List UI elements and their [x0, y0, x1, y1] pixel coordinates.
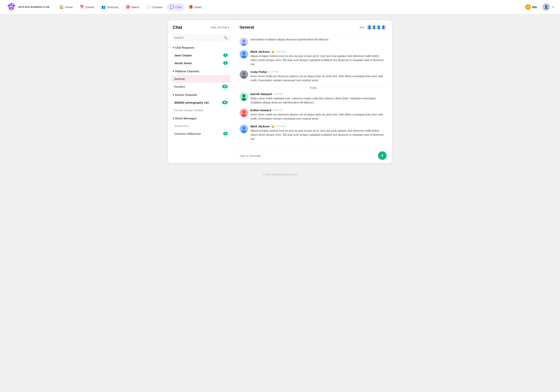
search-box[interactable]: 🔍: [171, 34, 231, 41]
coin-icon: 🪙: [525, 4, 531, 10]
section-label-chat-requests: Chat Requests: [175, 46, 194, 49]
channel-name: Interior design meetup: [174, 109, 203, 112]
channel-item-cameron-williamson[interactable]: Cameron Williamson 6: [171, 130, 231, 137]
nav-item-directory[interactable]: 👥 Directory: [98, 3, 122, 11]
channel-item-random[interactable]: Random 24: [171, 83, 231, 90]
deals-icon: 🎁: [189, 5, 193, 9]
badge: 1: [223, 53, 228, 57]
msg-text: Aliqua id fugiat nostrud irure ex duis e…: [250, 129, 387, 141]
section-label-events-channels: Events Channels: [175, 93, 197, 96]
coin-badge[interactable]: 🪙 005: [524, 3, 540, 11]
channel-item-jane-cooper[interactable]: Jane Cooper 1: [171, 51, 231, 59]
sidebar: Chat View: All Chat ▾ 🔍 ▾ Chat Requests …: [168, 20, 234, 163]
message-cody-fisher: Cody Fisher 3:45 PM Amet minim mollit no…: [240, 70, 387, 82]
view-label: View: All Chat: [210, 26, 227, 29]
msg-content: Esther Howard 3:45 PM Amet minim mollit …: [250, 109, 387, 121]
day-label: Today: [309, 86, 317, 89]
msg-avatar: [240, 38, 248, 46]
logo[interactable]: AFFILIATE BUSINESS CLUB.: [6, 2, 50, 12]
msg-text: Nulla Lorem mollit cupidatat irure. Labo…: [250, 96, 387, 105]
page-content: Chat View: All Chat ▾ 🔍 ▾ Chat Requests …: [163, 20, 397, 163]
svg-point-17: [241, 114, 246, 117]
send-button[interactable]: ➤: [378, 151, 387, 160]
msg-header: Mark Jackson 👑 3:45 PM: [250, 50, 387, 53]
crown-icon: 👑: [271, 50, 275, 53]
msg-content: Darrell Steward 3:45 PM Nulla Lorem moll…: [250, 92, 387, 105]
nav-item-chat[interactable]: 💬 Chat: [167, 3, 185, 11]
brand-name: AFFILIATE BUSINESS CLUB.: [18, 6, 50, 8]
svg-point-11: [241, 76, 246, 79]
message-mark-jackson-1: Mark Jackson 👑 3:45 PM Aliqua id fugiat …: [240, 50, 387, 66]
msg-content: exercitation incididunt aliquip deserunt…: [250, 38, 329, 46]
msg-header: Cody Fisher 3:45 PM: [250, 70, 387, 73]
svg-point-19: [242, 127, 245, 130]
badge: 34: [222, 101, 228, 104]
day-divider: Today: [240, 86, 387, 89]
msg-time: 3:45 PM: [269, 70, 278, 73]
collapse-icon: ▾: [173, 93, 174, 96]
msg-time: 3:45 PM: [273, 109, 282, 112]
channel-name: Random: [174, 85, 185, 88]
msg-avatar: [240, 50, 248, 59]
nav-label-match: Match: [131, 5, 139, 9]
nav-items: 🏠 Home 📅 Events 👥 Directory 🎯 Match 📄 Co…: [56, 3, 524, 11]
section-header-direct-messages[interactable]: ▾ Direct Messages: [171, 116, 231, 121]
channel-item-wildlife[interactable]: Wildlife photography 101 34: [171, 99, 231, 106]
channel-item-robert-fox[interactable]: Robert Fox: [171, 122, 231, 130]
section-header-events-channels[interactable]: ▾ Events Channels: [171, 92, 231, 97]
channel-item-interior-design[interactable]: Interior design meetup: [171, 107, 231, 114]
chat-container: Chat View: All Chat ▾ 🔍 ▾ Chat Requests …: [168, 20, 392, 163]
msg-text: Amet minim mollit non deserunt ullamco e…: [250, 74, 387, 82]
channel-name: Cameron Williamson: [174, 132, 201, 135]
svg-point-20: [241, 130, 246, 133]
sidebar-header: Chat View: All Chat ▾: [171, 25, 231, 30]
svg-point-4: [242, 40, 245, 43]
channel-item-jacob-jones[interactable]: Jacob Jones 1: [171, 59, 231, 67]
message-input-area: ➤: [234, 148, 392, 163]
nav-label-deals: Deals: [194, 5, 202, 9]
nav-item-events[interactable]: 📅 Events: [77, 3, 97, 11]
section-label-direct-messages: Direct Messages: [175, 117, 197, 120]
nav-item-deals[interactable]: 🎁 Deals: [186, 3, 205, 11]
msg-header: Darrell Steward 3:45 PM: [250, 92, 387, 96]
msg-text: Amet minim mollit non deserunt ullamco e…: [250, 113, 387, 121]
chat-header-right: 425 👤 👤 👤 👤: [360, 24, 387, 30]
user-avatar[interactable]: 👤: [542, 3, 550, 11]
badge: 24: [222, 85, 228, 88]
channel-name: General: [174, 77, 185, 80]
message-input[interactable]: [240, 154, 376, 157]
collapse-icon: ▾: [173, 70, 174, 73]
nav-item-courses[interactable]: 📄 Courses: [143, 3, 166, 11]
nav-item-home[interactable]: 🏠 Home: [56, 3, 76, 11]
sidebar-title: Chat: [173, 25, 182, 30]
search-input[interactable]: [174, 36, 222, 39]
msg-content: Mark Jackson 👑 3:45 PM Aliqua id fugiat …: [250, 125, 387, 141]
nav-item-match[interactable]: 🎯 Match: [122, 3, 142, 11]
svg-point-10: [242, 72, 245, 75]
user-menu-chevron[interactable]: ▾: [552, 5, 554, 9]
messages-area: exercitation incididunt aliquip deserunt…: [234, 34, 392, 148]
section-header-chat-requests[interactable]: ▾ Chat Requests: [171, 45, 231, 50]
directory-icon: 👥: [101, 5, 106, 9]
navbar: AFFILIATE BUSINESS CLUB. 🏠 Home 📅 Events…: [0, 0, 560, 14]
badge: 6: [223, 132, 228, 135]
msg-avatar: [240, 70, 248, 79]
msg-text: Aliqua id fugiat nostrud irure ex duis e…: [250, 54, 387, 66]
chevron-down-icon: ▾: [228, 26, 229, 29]
nav-label-home: Home: [65, 5, 73, 9]
svg-point-8: [241, 55, 246, 59]
footer: © 2022 Affiliate Business Club: [0, 169, 560, 180]
view-selector[interactable]: View: All Chat ▾: [210, 26, 229, 29]
section-label-platform-channels: Platform Channels: [175, 70, 199, 73]
send-icon: ➤: [381, 153, 384, 158]
member-count: 425: [360, 26, 364, 29]
section-header-platform-channels[interactable]: ▾ Platform Channels: [171, 69, 231, 74]
coin-count: 005: [532, 5, 537, 9]
msg-time: 3:45 PM: [273, 92, 283, 95]
courses-icon: 📄: [146, 5, 150, 9]
channel-item-general[interactable]: General: [171, 75, 231, 82]
message-mark-jackson-2: Mark Jackson 👑 3:45 PM Aliqua id fugiat …: [240, 125, 387, 141]
collapse-icon: ▾: [173, 46, 174, 49]
chat-title: General: [240, 25, 254, 30]
collapse-icon: ▾: [173, 117, 174, 120]
